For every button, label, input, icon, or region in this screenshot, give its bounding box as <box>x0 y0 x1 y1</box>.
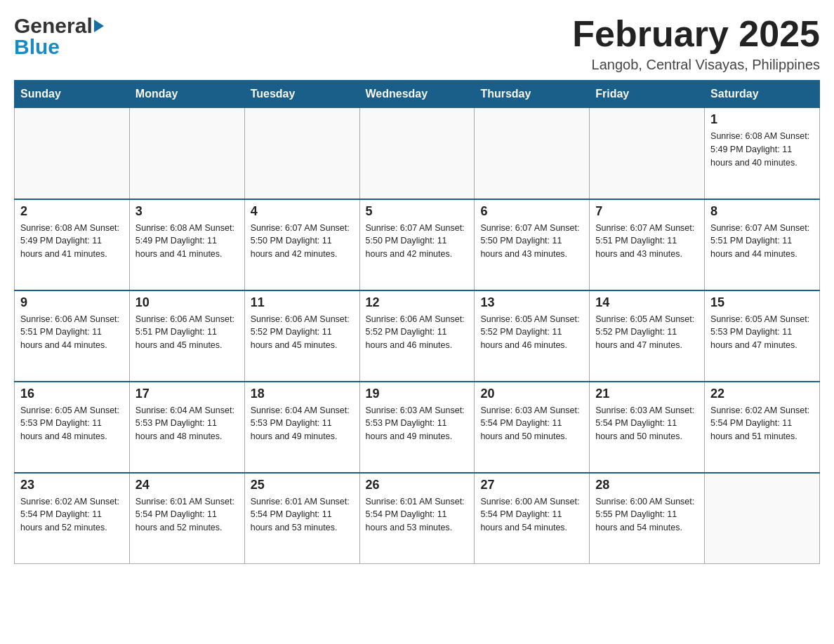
calendar-week-row: 1Sunrise: 6:08 AM Sunset: 5:49 PM Daylig… <box>15 108 820 199</box>
calendar-header-wednesday: Wednesday <box>359 81 475 108</box>
calendar-week-row: 23Sunrise: 6:02 AM Sunset: 5:54 PM Dayli… <box>15 473 820 564</box>
day-number: 21 <box>595 387 699 401</box>
day-number: 28 <box>595 478 699 492</box>
calendar-day-cell: 1Sunrise: 6:08 AM Sunset: 5:49 PM Daylig… <box>705 108 820 199</box>
logo-general-text: General <box>14 14 93 38</box>
day-info: Sunrise: 6:06 AM Sunset: 5:51 PM Dayligh… <box>135 313 239 352</box>
calendar-day-cell: 23Sunrise: 6:02 AM Sunset: 5:54 PM Dayli… <box>15 473 130 564</box>
day-info: Sunrise: 6:04 AM Sunset: 5:53 PM Dayligh… <box>251 404 354 443</box>
day-info: Sunrise: 6:07 AM Sunset: 5:50 PM Dayligh… <box>480 222 583 261</box>
day-info: Sunrise: 6:07 AM Sunset: 5:51 PM Dayligh… <box>595 222 699 261</box>
day-number: 25 <box>251 478 354 492</box>
calendar-day-cell: 12Sunrise: 6:06 AM Sunset: 5:52 PM Dayli… <box>359 290 475 382</box>
day-number: 6 <box>480 204 583 219</box>
day-number: 18 <box>251 387 354 401</box>
day-info: Sunrise: 6:06 AM Sunset: 5:52 PM Dayligh… <box>366 313 469 352</box>
day-number: 7 <box>595 204 699 219</box>
calendar-day-cell <box>244 108 359 199</box>
calendar-header-row: SundayMondayTuesdayWednesdayThursdayFrid… <box>15 81 820 108</box>
calendar-day-cell: 21Sunrise: 6:03 AM Sunset: 5:54 PM Dayli… <box>590 382 705 473</box>
day-number: 27 <box>480 478 583 492</box>
calendar-header-thursday: Thursday <box>475 81 590 108</box>
logo: General Blue <box>14 14 104 59</box>
day-info: Sunrise: 6:00 AM Sunset: 5:55 PM Dayligh… <box>595 495 699 535</box>
calendar-day-cell <box>705 473 820 564</box>
calendar-header-monday: Monday <box>129 81 244 108</box>
calendar-week-row: 9Sunrise: 6:06 AM Sunset: 5:51 PM Daylig… <box>15 290 820 382</box>
day-info: Sunrise: 6:03 AM Sunset: 5:54 PM Dayligh… <box>595 404 699 443</box>
day-info: Sunrise: 6:01 AM Sunset: 5:54 PM Dayligh… <box>135 495 239 535</box>
day-info: Sunrise: 6:05 AM Sunset: 5:53 PM Dayligh… <box>20 404 124 443</box>
day-info: Sunrise: 6:08 AM Sunset: 5:49 PM Dayligh… <box>710 130 814 169</box>
day-number: 24 <box>135 478 239 492</box>
day-number: 20 <box>480 387 583 401</box>
day-info: Sunrise: 6:03 AM Sunset: 5:54 PM Dayligh… <box>480 404 583 443</box>
day-number: 5 <box>366 204 469 219</box>
day-number: 9 <box>20 295 124 310</box>
day-info: Sunrise: 6:05 AM Sunset: 5:52 PM Dayligh… <box>595 313 699 352</box>
calendar-day-cell: 3Sunrise: 6:08 AM Sunset: 5:49 PM Daylig… <box>129 199 244 290</box>
calendar-header-friday: Friday <box>590 81 705 108</box>
calendar-day-cell: 8Sunrise: 6:07 AM Sunset: 5:51 PM Daylig… <box>705 199 820 290</box>
day-info: Sunrise: 6:03 AM Sunset: 5:53 PM Dayligh… <box>366 404 469 443</box>
day-number: 3 <box>135 204 239 219</box>
day-info: Sunrise: 6:01 AM Sunset: 5:54 PM Dayligh… <box>366 495 469 535</box>
day-number: 2 <box>20 204 124 219</box>
day-info: Sunrise: 6:02 AM Sunset: 5:54 PM Dayligh… <box>20 495 124 535</box>
calendar-header-sunday: Sunday <box>15 81 130 108</box>
calendar-day-cell <box>475 108 590 199</box>
day-number: 17 <box>135 387 239 401</box>
day-info: Sunrise: 6:06 AM Sunset: 5:51 PM Dayligh… <box>20 313 124 352</box>
day-number: 23 <box>20 478 124 492</box>
calendar-day-cell <box>359 108 475 199</box>
day-number: 11 <box>251 295 354 310</box>
calendar-day-cell: 13Sunrise: 6:05 AM Sunset: 5:52 PM Dayli… <box>475 290 590 382</box>
day-number: 22 <box>710 387 814 401</box>
calendar-day-cell: 24Sunrise: 6:01 AM Sunset: 5:54 PM Dayli… <box>129 473 244 564</box>
calendar-day-cell: 25Sunrise: 6:01 AM Sunset: 5:54 PM Dayli… <box>244 473 359 564</box>
calendar-day-cell: 22Sunrise: 6:02 AM Sunset: 5:54 PM Dayli… <box>705 382 820 473</box>
calendar-day-cell: 28Sunrise: 6:00 AM Sunset: 5:55 PM Dayli… <box>590 473 705 564</box>
calendar-day-cell <box>590 108 705 199</box>
day-number: 8 <box>710 204 814 219</box>
day-info: Sunrise: 6:04 AM Sunset: 5:53 PM Dayligh… <box>135 404 239 443</box>
calendar-day-cell: 18Sunrise: 6:04 AM Sunset: 5:53 PM Dayli… <box>244 382 359 473</box>
calendar-header-tuesday: Tuesday <box>244 81 359 108</box>
calendar-day-cell: 17Sunrise: 6:04 AM Sunset: 5:53 PM Dayli… <box>129 382 244 473</box>
calendar-day-cell: 26Sunrise: 6:01 AM Sunset: 5:54 PM Dayli… <box>359 473 475 564</box>
month-title: February 2025 <box>572 14 820 54</box>
calendar-day-cell: 6Sunrise: 6:07 AM Sunset: 5:50 PM Daylig… <box>475 199 590 290</box>
calendar-day-cell <box>129 108 244 199</box>
day-info: Sunrise: 6:05 AM Sunset: 5:52 PM Dayligh… <box>480 313 583 352</box>
calendar-day-cell: 5Sunrise: 6:07 AM Sunset: 5:50 PM Daylig… <box>359 199 475 290</box>
day-number: 19 <box>366 387 469 401</box>
calendar-day-cell: 27Sunrise: 6:00 AM Sunset: 5:54 PM Dayli… <box>475 473 590 564</box>
calendar-day-cell: 16Sunrise: 6:05 AM Sunset: 5:53 PM Dayli… <box>15 382 130 473</box>
calendar-day-cell: 10Sunrise: 6:06 AM Sunset: 5:51 PM Dayli… <box>129 290 244 382</box>
calendar-day-cell: 19Sunrise: 6:03 AM Sunset: 5:53 PM Dayli… <box>359 382 475 473</box>
title-block: February 2025 Langob, Central Visayas, P… <box>572 14 820 73</box>
logo-blue-text: Blue <box>14 35 104 59</box>
day-info: Sunrise: 6:08 AM Sunset: 5:49 PM Dayligh… <box>20 222 124 261</box>
calendar-day-cell: 9Sunrise: 6:06 AM Sunset: 5:51 PM Daylig… <box>15 290 130 382</box>
day-number: 10 <box>135 295 239 310</box>
page-header: General Blue February 2025 Langob, Centr… <box>14 14 820 73</box>
calendar-day-cell: 20Sunrise: 6:03 AM Sunset: 5:54 PM Dayli… <box>475 382 590 473</box>
day-number: 14 <box>595 295 699 310</box>
day-info: Sunrise: 6:02 AM Sunset: 5:54 PM Dayligh… <box>710 404 814 443</box>
calendar-day-cell: 14Sunrise: 6:05 AM Sunset: 5:52 PM Dayli… <box>590 290 705 382</box>
calendar-day-cell: 7Sunrise: 6:07 AM Sunset: 5:51 PM Daylig… <box>590 199 705 290</box>
calendar-table: SundayMondayTuesdayWednesdayThursdayFrid… <box>14 80 820 564</box>
calendar-header-saturday: Saturday <box>705 81 820 108</box>
day-number: 1 <box>710 112 814 127</box>
calendar-day-cell: 4Sunrise: 6:07 AM Sunset: 5:50 PM Daylig… <box>244 199 359 290</box>
day-info: Sunrise: 6:07 AM Sunset: 5:50 PM Dayligh… <box>251 222 354 261</box>
calendar-week-row: 2Sunrise: 6:08 AM Sunset: 5:49 PM Daylig… <box>15 199 820 290</box>
day-number: 13 <box>480 295 583 310</box>
day-info: Sunrise: 6:05 AM Sunset: 5:53 PM Dayligh… <box>710 313 814 352</box>
calendar-day-cell: 2Sunrise: 6:08 AM Sunset: 5:49 PM Daylig… <box>15 199 130 290</box>
day-info: Sunrise: 6:07 AM Sunset: 5:50 PM Dayligh… <box>366 222 469 261</box>
calendar-week-row: 16Sunrise: 6:05 AM Sunset: 5:53 PM Dayli… <box>15 382 820 473</box>
day-number: 16 <box>20 387 124 401</box>
day-number: 15 <box>710 295 814 310</box>
